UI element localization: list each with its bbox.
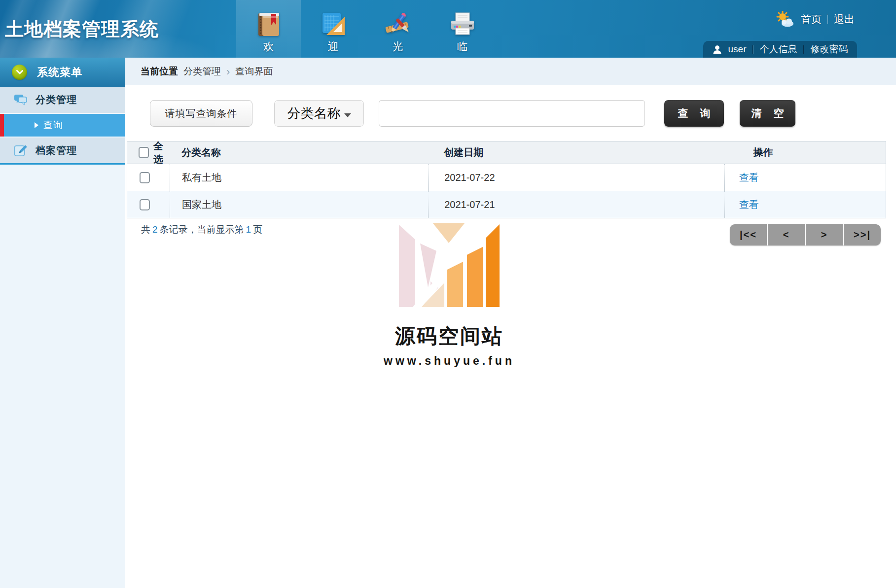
set-square-icon	[320, 10, 347, 38]
user-bar: user 个人信息 修改密码	[703, 41, 857, 58]
row-category-name: 国家土地	[182, 198, 221, 211]
tab-label: 光	[393, 39, 403, 54]
tab-welcome-4[interactable]: 临	[430, 0, 495, 58]
app-title: 土地档案管理系统	[5, 17, 159, 42]
clear-button[interactable]: 清 空	[740, 100, 795, 127]
main-content: 当前位置 分类管理 › 查询界面 请填写查询条件 分类名称 查 询 清 空 全选…	[125, 58, 896, 588]
field-selector-dropdown[interactable]: 分类名称	[274, 100, 364, 127]
breadcrumb-item-query: 查询界面	[235, 65, 273, 78]
user-bar-divider	[753, 45, 753, 54]
query-condition-hint-button[interactable]: 请填写查询条件	[150, 100, 252, 127]
chevron-down-icon	[16, 70, 23, 74]
username-text: user	[728, 44, 747, 55]
breadcrumb: 当前位置 分类管理 › 查询界面	[125, 58, 896, 85]
breadcrumb-separator: ›	[226, 67, 230, 76]
query-button[interactable]: 查 询	[664, 100, 724, 127]
profile-link[interactable]: 个人信息	[759, 43, 797, 56]
tab-welcome-3[interactable]: 光	[365, 0, 430, 58]
tab-label: 迎	[328, 39, 339, 54]
search-input[interactable]	[379, 100, 645, 127]
row-checkbox[interactable]	[140, 199, 150, 210]
menu-collapse-button[interactable]	[12, 65, 27, 80]
sidebar-item-label: 分类管理	[36, 93, 77, 106]
table-header-row: 全选 分类名称 创建日期 操作	[127, 141, 886, 164]
sidebar-item-query-active[interactable]: 查询	[0, 114, 125, 137]
pagination: |<< < > >>|	[730, 224, 881, 245]
records-summary: 共2条记录，当前显示第1页	[141, 223, 262, 236]
header-tab-strip: 欢 迎	[236, 0, 495, 58]
watermark-logo	[399, 223, 500, 307]
sidebar-item-category-management[interactable]: 分类管理	[0, 87, 125, 114]
summary-mid: 条记录，当前显示第	[160, 224, 244, 235]
breadcrumb-label: 当前位置	[141, 65, 178, 78]
watermark-url: www.shuyue.fun	[348, 354, 550, 368]
book-icon	[255, 10, 283, 38]
summary-suffix: 页	[253, 224, 262, 235]
sidebar-menu-header: 系统菜单	[0, 58, 125, 87]
pagination-first-button[interactable]: |<<	[730, 224, 768, 245]
view-link[interactable]: 查看	[739, 198, 758, 211]
row-create-date: 2021-07-21	[444, 199, 495, 210]
tab-label: 欢	[263, 39, 274, 54]
top-header: 土地档案管理系统 欢	[0, 0, 896, 58]
watermark-title: 源码空间站	[348, 323, 550, 350]
site-watermark: 源码空间站 www.shuyue.fun	[348, 223, 550, 368]
sidebar-subitem-label: 查询	[43, 119, 63, 132]
column-header-name: 分类名称	[181, 146, 221, 159]
change-password-link[interactable]: 修改密码	[810, 43, 848, 56]
row-create-date: 2021-07-22	[444, 172, 495, 183]
pagination-next-button[interactable]: >	[806, 224, 844, 245]
printer-icon	[449, 10, 476, 38]
sidebar-item-label: 档案管理	[36, 144, 77, 157]
summary-prefix: 共	[141, 224, 150, 235]
top-right-links: 首页 退出	[775, 11, 855, 28]
home-link[interactable]: 首页	[801, 12, 822, 26]
pagination-prev-button[interactable]: <	[768, 224, 806, 245]
design-tools-icon	[384, 10, 412, 38]
row-checkbox[interactable]	[140, 172, 150, 183]
page-number: 1	[244, 224, 253, 235]
arrow-right-icon	[35, 122, 38, 128]
table-row: 私有土地 2021-07-22 查看	[127, 164, 886, 191]
edit-square-icon	[14, 144, 27, 157]
results-table: 全选 分类名称 创建日期 操作 私有土地 2021-07-22 查看 国家土地 …	[127, 141, 886, 218]
sidebar-menu-title: 系统菜单	[37, 65, 82, 80]
row-category-name: 私有土地	[182, 171, 221, 184]
view-link[interactable]: 查看	[739, 171, 758, 184]
field-selector-value: 分类名称	[287, 104, 341, 122]
chat-bubbles-icon	[14, 93, 27, 106]
pagination-last-button[interactable]: >>|	[844, 224, 881, 245]
sidebar: 系统菜单 分类管理 查询 档案管理	[0, 58, 125, 588]
column-header-action: 操作	[753, 146, 773, 159]
tab-welcome-1[interactable]: 欢	[236, 0, 301, 58]
tab-welcome-2[interactable]: 迎	[301, 0, 365, 58]
user-icon	[713, 45, 722, 54]
breadcrumb-item-category[interactable]: 分类管理	[183, 65, 221, 78]
column-header-date: 创建日期	[444, 146, 483, 159]
record-count: 2	[150, 224, 160, 235]
select-all-checkbox[interactable]	[139, 147, 149, 158]
logout-link[interactable]: 退出	[834, 12, 855, 26]
select-all-label: 全选	[153, 139, 170, 166]
sidebar-item-archive-management[interactable]: 档案管理	[0, 138, 125, 165]
user-bar-divider	[803, 45, 804, 54]
chevron-down-icon	[344, 113, 351, 117]
weather-sun-icon	[775, 11, 795, 28]
top-links-divider	[827, 14, 828, 24]
table-row: 国家土地 2021-07-21 查看	[127, 191, 886, 218]
tab-label: 临	[457, 39, 468, 54]
